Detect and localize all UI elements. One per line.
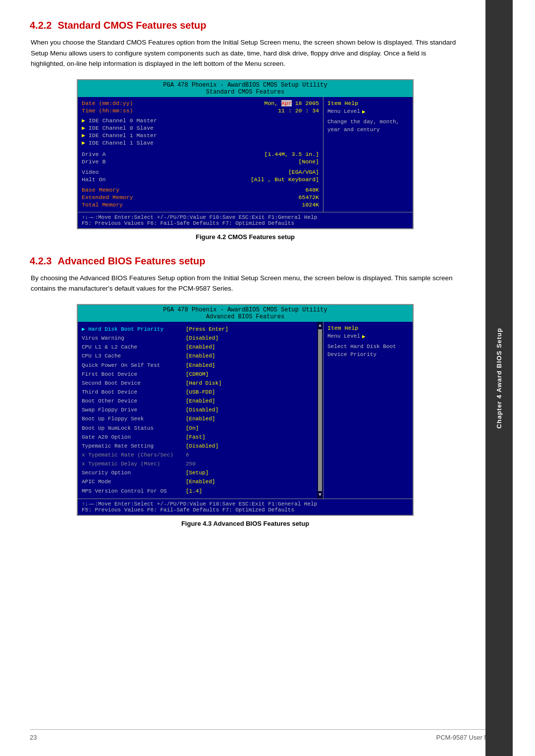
bios2-row-14: x Typematic Rate (Chars/Sec)6 <box>82 451 316 459</box>
bios1-footer: ↑↓→←:Move Enter:Select +/-/PU/PD:Value F… <box>78 212 413 228</box>
section-422-body: When you choose the Standard CMOS Featur… <box>31 37 461 69</box>
bios1-date-value: Mon, Apr 18 2005 <box>265 100 319 106</box>
section-422-number: 4.2.2 <box>30 20 52 31</box>
section-423-number: 4.2.3 <box>30 255 52 267</box>
bios2-row-15: x Typematic Delay (Msec)250 <box>82 459 316 468</box>
bios2-row-8: Boot Other Device[Enabled] <box>82 397 316 405</box>
bios1-totalmem-row: Total Memory 1024K <box>82 202 319 208</box>
section-422-title: Standard CMOS Features setup <box>57 20 206 31</box>
bios1-driveb-row: Drive B [None] <box>82 158 319 165</box>
bios1-main: Date (mm:dd:yy) Mon, Apr 18 2005 Time (h… <box>78 97 323 212</box>
bios1-title: PGA 478 Phoenix - AwardBIOS CMOS Setup U… <box>78 80 413 97</box>
section-423-header: 4.2.3 Advanced BIOS Features setup <box>30 255 461 267</box>
bios1-ide-1s: ▶ IDE Channel 1 Slave <box>82 139 319 146</box>
bios2-row-4: Quick Power On Self Test[Enabled] <box>82 361 316 370</box>
bios1-ide-0s: ▶ IDE Channel 0 Slave <box>82 124 319 131</box>
bios2-title: PGA 478 Phoenix - AwardBIOS CMOS Setup U… <box>78 305 413 322</box>
bios2-row-10: Boot Up Floppy Seek[Enabled] <box>82 414 316 423</box>
bios1-halt-row: Halt On [All , But Keyboard] <box>82 176 319 183</box>
bios2-row-7: Third Boot Device[USB-FDD] <box>82 388 316 397</box>
page-container: 4.2.2 Standard CMOS Features setup When … <box>0 0 535 756</box>
bios2-scrollbar[interactable]: ▲ ▼ <box>317 322 323 499</box>
bios2-menu-level: Menu Level ▶ <box>327 333 409 340</box>
bios1-help: Item Help Menu Level ▶ Change the day, m… <box>323 97 413 212</box>
bios2-row-1: Virus Warning[Disabled] <box>82 334 316 343</box>
bios2-help: Item Help Menu Level ▶ Select Hard Disk … <box>323 322 413 499</box>
bios2-row-16: Security Option[Setup] <box>82 468 316 477</box>
bios2-row-0: ▶ Hard Disk Boot Priority[Press Enter] <box>82 325 316 334</box>
bios2-row-3: CPU L3 Cache[Enabled] <box>82 352 316 360</box>
section-423-body: By choosing the Advanced BIOS Features S… <box>31 273 461 294</box>
bios2-footer: ↑↓→←:Move Enter:Select +/-/PU/PD:Value F… <box>78 499 413 515</box>
side-tab-text: Chapter 4 Award BIOS Setup <box>495 328 503 429</box>
bios1-menu-level: Menu Level ▶ <box>327 108 409 115</box>
bios1-basemem-row: Base Memory 640K <box>82 187 319 193</box>
section-423-title: Advanced BIOS Features setup <box>57 255 205 267</box>
bios-screen-2: PGA 478 Phoenix - AwardBIOS CMOS Setup U… <box>77 304 414 516</box>
bios2-row-9: Swap Floppy Drive[Disabled] <box>82 405 316 414</box>
side-tab: Chapter 4 Award BIOS Setup <box>485 0 513 756</box>
bios2-rows-container: ▶ Hard Disk Boot Priority[Press Enter] V… <box>82 325 316 496</box>
page-number: 23 <box>30 734 37 741</box>
bios2-row-13: Typematic Rate Setting[Disabled] <box>82 442 316 451</box>
bios2-row-2: CPU L1 & L2 Cache[Enabled] <box>82 343 316 352</box>
bios-screen-1: PGA 478 Phoenix - AwardBIOS CMOS Setup U… <box>77 79 414 229</box>
page-footer: 23 PCM-9587 User Manual <box>30 729 505 741</box>
bios2-body: ▶ Hard Disk Boot Priority[Press Enter] V… <box>78 322 413 499</box>
bios1-body: Date (mm:dd:yy) Mon, Apr 18 2005 Time (h… <box>78 97 413 212</box>
bios1-extmem-row: Extended Memory 65472K <box>82 194 319 201</box>
bios2-row-17: APIC Mode[Enabled] <box>82 477 316 486</box>
bios1-video-row: Video [EGA/VGA] <box>82 169 319 175</box>
scroll-thumb <box>318 329 322 491</box>
main-content: 4.2.2 Standard CMOS Features setup When … <box>0 0 485 756</box>
scroll-down-arrow[interactable]: ▼ <box>319 492 321 498</box>
bios2-row-5: First Boot Device[CDROM] <box>82 370 316 379</box>
scroll-up-arrow[interactable]: ▲ <box>319 323 321 328</box>
figure1-caption: Figure 4.2 CMOS Features setup <box>30 233 461 241</box>
bios2-row-6: Second Boot Device[Hard Disk] <box>82 379 316 388</box>
bios2-row-12: Gate A20 Option[Fast] <box>82 433 316 442</box>
bios1-ide-1m: ▶ IDE Channel 1 Master <box>82 132 319 139</box>
bios2-row-11: Boot Up NumLock Status[On] <box>82 424 316 433</box>
bios2-row-18: MPS Version Control For OS[1.4] <box>82 487 316 496</box>
bios1-ide-section: ▶ IDE Channel 0 Master ▶ IDE Channel 0 S… <box>82 117 319 146</box>
bios1-date-row: Date (mm:dd:yy) Mon, Apr 18 2005 <box>82 100 319 106</box>
bios1-time-row: Time (hh:mm:ss) 11 : 20 : 34 <box>82 107 319 114</box>
bios1-ide-0m: ▶ IDE Channel 0 Master <box>82 117 319 124</box>
bios2-main: ▶ Hard Disk Boot Priority[Press Enter] V… <box>78 322 323 499</box>
section-422-header: 4.2.2 Standard CMOS Features setup <box>30 20 461 31</box>
figure2-caption: Figure 4.3 Advanced BIOS Features setup <box>30 520 461 527</box>
bios1-drivea-row: Drive A [1.44M, 3.5 in.] <box>82 151 319 157</box>
